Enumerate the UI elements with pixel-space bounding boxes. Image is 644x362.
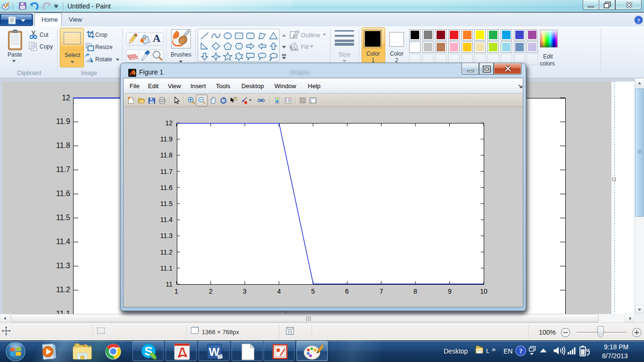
svg-text:?: ? — [637, 17, 640, 24]
svg-text:?: ? — [519, 347, 523, 355]
